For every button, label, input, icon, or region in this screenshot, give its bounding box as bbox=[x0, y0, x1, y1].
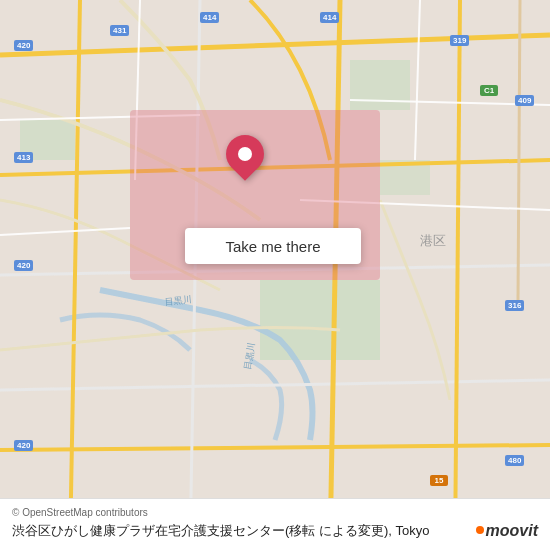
road-badge-413: 413 bbox=[14, 152, 33, 163]
svg-line-12 bbox=[455, 0, 460, 550]
road-badge-409: 409 bbox=[515, 95, 534, 106]
map-pin bbox=[226, 135, 264, 173]
moovit-text: moovit bbox=[486, 522, 538, 540]
road-badge-480: 480 bbox=[505, 455, 524, 466]
take-me-there-button[interactable]: Take me there bbox=[185, 228, 361, 264]
road-badge-15: 15 bbox=[430, 475, 448, 486]
svg-text:港区: 港区 bbox=[420, 233, 446, 248]
moovit-dot bbox=[476, 526, 484, 534]
svg-line-19 bbox=[415, 0, 420, 160]
moovit-logo: moovit bbox=[476, 522, 538, 540]
osm-credit: © OpenStreetMap contributors bbox=[12, 507, 538, 518]
road-badge-414a: 414 bbox=[200, 12, 219, 23]
road-badge-431: 431 bbox=[110, 25, 129, 36]
svg-rect-0 bbox=[260, 280, 380, 360]
map-container: 目黒川 目黒川 港区 420 431 414 414 319 413 C1 40… bbox=[0, 0, 550, 550]
svg-rect-1 bbox=[350, 60, 410, 110]
road-badge-414b: 414 bbox=[320, 12, 339, 23]
svg-text:目黒川: 目黒川 bbox=[242, 342, 257, 370]
svg-line-8 bbox=[0, 445, 550, 450]
road-badge-420b: 420 bbox=[14, 260, 33, 271]
pin-inner-dot bbox=[238, 147, 252, 161]
road-badge-420: 420 bbox=[14, 40, 33, 51]
bottom-bar: © OpenStreetMap contributors 渋谷区ひがし健康プラザ… bbox=[0, 498, 550, 550]
road-badge-420c: 420 bbox=[14, 440, 33, 451]
road-badge-316: 316 bbox=[505, 300, 524, 311]
road-badge-c1: C1 bbox=[480, 85, 498, 96]
road-badge-319: 319 bbox=[450, 35, 469, 46]
location-name: 渋谷区ひがし健康プラザ在宅介護支援センター(移転 による変更), Tokyo bbox=[12, 522, 538, 540]
svg-line-13 bbox=[518, 0, 520, 300]
pin-shape bbox=[218, 127, 272, 181]
